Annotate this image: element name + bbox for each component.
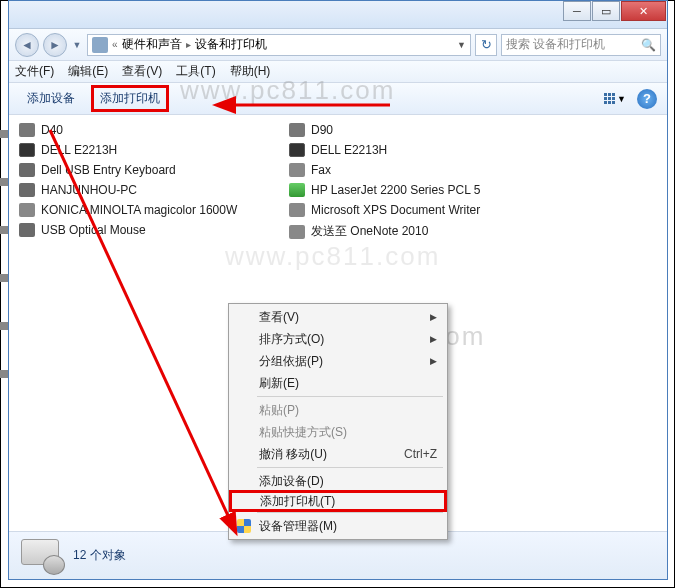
separator bbox=[257, 512, 443, 513]
cm-group[interactable]: 分组依据(P) bbox=[231, 350, 445, 372]
list-item[interactable]: USB Optical Mouse bbox=[19, 223, 269, 237]
context-menu: 查看(V) 排序方式(O) 分组依据(P) 刷新(E) 粘贴(P) 粘贴快捷方式… bbox=[228, 303, 448, 540]
list-item[interactable]: D40 bbox=[19, 123, 269, 137]
history-dropdown[interactable]: ▼ bbox=[71, 40, 83, 50]
item-count: 12 个对象 bbox=[73, 547, 126, 564]
minimize-button[interactable]: ─ bbox=[563, 1, 591, 21]
mouse-icon bbox=[19, 223, 35, 237]
cm-device-manager[interactable]: 设备管理器(M) bbox=[231, 515, 445, 537]
device-column-left: D40 DELL E2213H Dell USB Entry Keyboard … bbox=[19, 123, 269, 240]
camera-icon bbox=[19, 123, 35, 137]
breadcrumb-sep-icon: « bbox=[112, 39, 118, 50]
list-item[interactable]: DELL E2213H bbox=[289, 143, 539, 157]
grid-icon bbox=[604, 93, 615, 104]
back-button[interactable]: ◄ bbox=[15, 33, 39, 57]
menu-help[interactable]: 帮助(H) bbox=[230, 63, 271, 80]
cm-sort[interactable]: 排序方式(O) bbox=[231, 328, 445, 350]
shield-icon bbox=[237, 519, 251, 533]
menu-tools[interactable]: 工具(T) bbox=[176, 63, 215, 80]
search-icon: 🔍 bbox=[641, 38, 656, 52]
control-panel-icon bbox=[92, 37, 108, 53]
dropdown-icon: ▼ bbox=[617, 94, 626, 104]
cm-undo[interactable]: 撤消 移动(U)Ctrl+Z bbox=[231, 443, 445, 465]
menu-view[interactable]: 查看(V) bbox=[122, 63, 162, 80]
separator bbox=[257, 396, 443, 397]
breadcrumb-dropdown-icon[interactable]: ▼ bbox=[457, 40, 466, 50]
camera-icon bbox=[289, 123, 305, 137]
toolbar: 添加设备 添加打印机 ▼ ? bbox=[9, 83, 667, 115]
fax-icon bbox=[289, 163, 305, 177]
breadcrumb-seg[interactable]: 设备和打印机 bbox=[195, 36, 267, 53]
monitor-icon bbox=[19, 143, 35, 157]
cm-add-device[interactable]: 添加设备(D) bbox=[231, 470, 445, 492]
forward-button[interactable]: ► bbox=[43, 33, 67, 57]
view-mode-button[interactable]: ▼ bbox=[601, 89, 629, 109]
search-placeholder: 搜索 设备和打印机 bbox=[506, 36, 605, 53]
help-button[interactable]: ? bbox=[637, 89, 657, 109]
keyboard-icon bbox=[19, 163, 35, 177]
list-item[interactable]: HP LaserJet 2200 Series PCL 5 bbox=[289, 183, 539, 197]
list-item[interactable]: KONICA MINOLTA magicolor 1600W bbox=[19, 203, 269, 217]
list-item[interactable]: 发送至 OneNote 2010 bbox=[289, 223, 539, 240]
menu-file[interactable]: 文件(F) bbox=[15, 63, 54, 80]
list-item[interactable]: Fax bbox=[289, 163, 539, 177]
monitor-icon bbox=[289, 143, 305, 157]
list-item[interactable]: Microsoft XPS Document Writer bbox=[289, 203, 539, 217]
cm-refresh[interactable]: 刷新(E) bbox=[231, 372, 445, 394]
cm-paste-shortcut: 粘贴快捷方式(S) bbox=[231, 421, 445, 443]
devices-icon bbox=[17, 537, 65, 575]
titlebar: ─ ▭ ✕ bbox=[9, 1, 667, 29]
breadcrumb-seg[interactable]: 硬件和声音 bbox=[122, 36, 182, 53]
list-item[interactable]: D90 bbox=[289, 123, 539, 137]
list-item[interactable]: DELL E2213H bbox=[19, 143, 269, 157]
close-button[interactable]: ✕ bbox=[621, 1, 666, 21]
list-item[interactable]: HANJUNHOU-PC bbox=[19, 183, 269, 197]
separator bbox=[257, 467, 443, 468]
printer-icon bbox=[19, 203, 35, 217]
printer-icon bbox=[289, 225, 305, 239]
cm-paste: 粘贴(P) bbox=[231, 399, 445, 421]
printer-icon bbox=[289, 183, 305, 197]
printer-icon bbox=[289, 203, 305, 217]
search-input[interactable]: 搜索 设备和打印机 🔍 bbox=[501, 34, 661, 56]
cm-view[interactable]: 查看(V) bbox=[231, 306, 445, 328]
nav-bar: ◄ ► ▼ « 硬件和声音 ▸ 设备和打印机 ▼ ↻ 搜索 设备和打印机 🔍 bbox=[9, 29, 667, 61]
breadcrumb-arrow-icon: ▸ bbox=[186, 39, 191, 50]
breadcrumb[interactable]: « 硬件和声音 ▸ 设备和打印机 ▼ bbox=[87, 34, 471, 56]
computer-icon bbox=[19, 183, 35, 197]
list-item[interactable]: Dell USB Entry Keyboard bbox=[19, 163, 269, 177]
cm-add-printer[interactable]: 添加打印机(T) bbox=[229, 490, 447, 512]
add-printer-button[interactable]: 添加打印机 bbox=[91, 85, 169, 112]
device-column-right: D90 DELL E2213H Fax HP LaserJet 2200 Ser… bbox=[289, 123, 539, 240]
menu-edit[interactable]: 编辑(E) bbox=[68, 63, 108, 80]
add-device-button[interactable]: 添加设备 bbox=[19, 86, 83, 111]
maximize-button[interactable]: ▭ bbox=[592, 1, 620, 21]
menu-bar: 文件(F) 编辑(E) 查看(V) 工具(T) 帮助(H) bbox=[9, 61, 667, 83]
refresh-button[interactable]: ↻ bbox=[475, 34, 497, 56]
